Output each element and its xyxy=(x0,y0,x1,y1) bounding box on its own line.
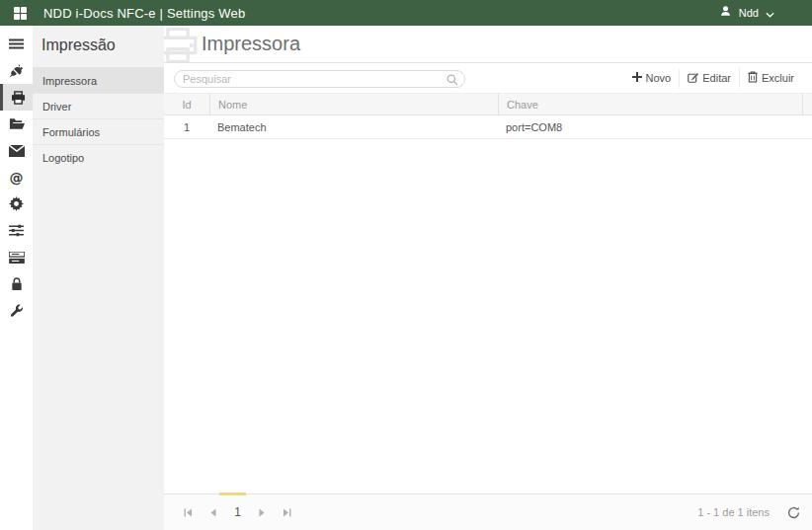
cell-chave: port=COM8 xyxy=(498,121,802,133)
sliders-icon[interactable] xyxy=(0,217,33,244)
sidebar-item-formularios[interactable]: Formulários xyxy=(33,118,164,144)
wrench-icon[interactable] xyxy=(0,297,33,324)
next-page-icon[interactable] xyxy=(250,500,275,524)
mail-icon[interactable] xyxy=(0,137,33,164)
folder-open-icon[interactable] xyxy=(0,111,33,137)
column-header-id[interactable]: Id xyxy=(164,99,209,111)
apps-grid-icon[interactable] xyxy=(14,7,27,20)
printer-icon[interactable] xyxy=(0,84,33,111)
topbar: NDD i-Docs NFC-e | Settings Web Ndd xyxy=(0,0,812,26)
sidebar-item-impressora[interactable]: Impressora xyxy=(33,67,164,93)
pager: 1 1 - 1 de 1 itens xyxy=(164,493,812,530)
sidebar-item-driver[interactable]: Driver xyxy=(33,93,164,118)
plug-icon[interactable] xyxy=(0,57,33,84)
pager-right: 1 - 1 de 1 itens xyxy=(697,506,800,519)
sidebar-heading: Impressão xyxy=(33,26,164,67)
pager-info: 1 - 1 de 1 itens xyxy=(697,506,770,518)
search-wrap xyxy=(174,69,465,88)
printer-watermark-icon xyxy=(164,27,199,63)
column-header-nome[interactable]: Nome xyxy=(209,94,498,114)
icon-rail: @ xyxy=(0,26,33,530)
first-page-icon[interactable] xyxy=(176,500,201,524)
sidebar-item-logotipo[interactable]: Logotipo xyxy=(33,144,164,170)
table-row[interactable]: 1 Bematech port=COM8 xyxy=(164,115,812,139)
edit-pencil-icon xyxy=(688,72,698,85)
search-input[interactable] xyxy=(174,70,465,88)
user-menu[interactable]: Ndd xyxy=(719,4,802,22)
column-header-spacer xyxy=(802,94,812,114)
search-icon xyxy=(447,72,458,90)
toolbar: Novo Editar Excluir xyxy=(164,63,812,93)
grid-header: Id Nome Chave xyxy=(164,93,812,115)
at-icon[interactable]: @ xyxy=(0,164,33,190)
lock-icon[interactable] xyxy=(0,270,33,297)
content-header: Impressora xyxy=(164,26,812,63)
toolbar-buttons: Novo Editar Excluir xyxy=(624,68,802,88)
menu-icon[interactable] xyxy=(0,31,33,57)
current-page-indicator xyxy=(219,492,246,495)
cell-nome: Bematech xyxy=(209,121,498,133)
app-title: NDD i-Docs NFC-e | Settings Web xyxy=(43,6,245,21)
plus-icon xyxy=(632,72,642,84)
chevron-down-icon xyxy=(766,4,774,22)
excluir-button[interactable]: Excluir xyxy=(739,68,802,88)
prev-page-icon[interactable] xyxy=(201,500,225,524)
last-page-icon[interactable] xyxy=(275,500,299,524)
user-icon xyxy=(719,4,732,22)
main-content: Impressora Novo xyxy=(164,26,812,530)
app-body: @ Impressão Impressora Driver Formulário… xyxy=(0,26,812,530)
grid-empty-area xyxy=(164,139,812,493)
page-number[interactable]: 1 xyxy=(225,505,250,519)
novo-button[interactable]: Novo xyxy=(624,69,680,87)
user-name: Ndd xyxy=(739,7,759,19)
sidebar: Impressão Impressora Driver Formulários … xyxy=(33,26,164,530)
refresh-icon[interactable] xyxy=(787,506,800,519)
cell-id: 1 xyxy=(164,121,209,133)
server-icon[interactable] xyxy=(0,244,33,270)
trash-icon xyxy=(748,71,758,85)
column-header-chave[interactable]: Chave xyxy=(498,94,802,114)
page-title: Impressora xyxy=(202,33,300,55)
editar-button[interactable]: Editar xyxy=(679,69,739,88)
gear-icon[interactable] xyxy=(0,190,33,217)
